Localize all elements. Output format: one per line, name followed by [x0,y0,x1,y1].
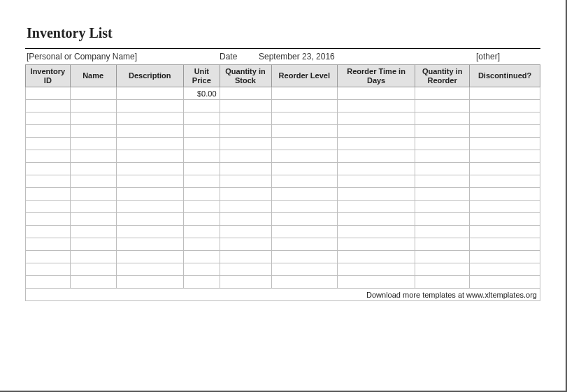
cell-qty_in_reorder[interactable] [415,188,470,201]
cell-reorder_time_days[interactable] [338,100,415,112]
cell-unit_price[interactable] [184,163,220,175]
cell-discontinued[interactable] [470,213,540,226]
cell-unit_price[interactable] [184,263,220,276]
cell-description[interactable] [116,100,184,112]
cell-name[interactable] [70,213,116,226]
cell-qty_in_reorder[interactable] [415,226,470,238]
cell-reorder_level[interactable] [271,263,338,276]
cell-discontinued[interactable] [470,226,540,238]
cell-inventory_id[interactable] [26,263,71,276]
cell-discontinued[interactable] [470,263,540,276]
cell-reorder_level[interactable] [271,188,338,201]
cell-qty_in_reorder[interactable] [415,263,470,276]
cell-reorder_time_days[interactable] [338,138,415,150]
cell-reorder_level[interactable] [271,276,338,289]
cell-qty_in_stock[interactable] [220,163,271,175]
cell-name[interactable] [70,251,116,263]
cell-name[interactable] [70,163,116,175]
cell-reorder_level[interactable] [271,238,338,251]
cell-inventory_id[interactable] [26,175,71,188]
cell-inventory_id[interactable] [26,138,71,150]
cell-inventory_id[interactable] [26,125,71,138]
cell-description[interactable] [116,112,184,125]
cell-unit_price[interactable] [184,125,220,138]
cell-inventory_id[interactable] [26,163,71,175]
cell-inventory_id[interactable] [26,112,71,125]
cell-name[interactable] [70,150,116,163]
cell-discontinued[interactable] [470,163,540,175]
cell-description[interactable] [116,175,184,188]
cell-qty_in_reorder[interactable] [415,238,470,251]
cell-reorder_level[interactable] [271,150,338,163]
cell-inventory_id[interactable] [26,150,71,163]
cell-description[interactable] [116,125,184,138]
cell-qty_in_stock[interactable] [220,175,271,188]
cell-reorder_time_days[interactable] [338,188,415,201]
cell-description[interactable] [116,238,184,251]
cell-qty_in_reorder[interactable] [415,163,470,175]
cell-unit_price[interactable] [184,150,220,163]
cell-name[interactable] [70,238,116,251]
cell-qty_in_stock[interactable] [220,226,271,238]
cell-discontinued[interactable] [470,150,540,163]
cell-inventory_id[interactable] [26,100,71,112]
cell-reorder_time_days[interactable] [338,263,415,276]
cell-qty_in_reorder[interactable] [415,100,470,112]
cell-inventory_id[interactable] [26,276,71,289]
cell-name[interactable] [70,138,116,150]
cell-reorder_level[interactable] [271,226,338,238]
cell-description[interactable] [116,213,184,226]
cell-inventory_id[interactable] [26,213,71,226]
cell-reorder_level[interactable] [271,201,338,213]
cell-qty_in_reorder[interactable] [415,213,470,226]
cell-qty_in_stock[interactable] [220,150,271,163]
cell-discontinued[interactable] [470,100,540,112]
cell-reorder_time_days[interactable] [338,125,415,138]
cell-unit_price[interactable] [184,138,220,150]
cell-qty_in_reorder[interactable] [415,112,470,125]
cell-reorder_time_days[interactable] [338,238,415,251]
cell-qty_in_stock[interactable] [220,188,271,201]
cell-unit_price[interactable] [184,175,220,188]
cell-description[interactable] [116,201,184,213]
cell-discontinued[interactable] [470,175,540,188]
cell-description[interactable] [116,188,184,201]
cell-discontinued[interactable] [470,238,540,251]
cell-description[interactable] [116,276,184,289]
cell-inventory_id[interactable] [26,188,71,201]
cell-qty_in_reorder[interactable] [415,150,470,163]
cell-name[interactable] [70,112,116,125]
cell-reorder_level[interactable] [271,100,338,112]
cell-discontinued[interactable] [470,125,540,138]
cell-qty_in_reorder[interactable] [415,175,470,188]
cell-reorder_level[interactable] [271,87,338,100]
cell-unit_price[interactable] [184,226,220,238]
cell-reorder_level[interactable] [271,251,338,263]
cell-reorder_level[interactable] [271,213,338,226]
cell-name[interactable] [70,263,116,276]
cell-unit_price[interactable] [184,112,220,125]
cell-unit_price[interactable] [184,201,220,213]
cell-name[interactable] [70,125,116,138]
cell-unit_price[interactable] [184,251,220,263]
cell-reorder_time_days[interactable] [338,201,415,213]
cell-reorder_time_days[interactable] [338,175,415,188]
cell-name[interactable] [70,100,116,112]
cell-qty_in_stock[interactable] [220,276,271,289]
cell-reorder_level[interactable] [271,163,338,175]
cell-qty_in_stock[interactable] [220,213,271,226]
cell-name[interactable] [70,87,116,100]
cell-qty_in_stock[interactable] [220,251,271,263]
cell-description[interactable] [116,150,184,163]
cell-reorder_time_days[interactable] [338,226,415,238]
cell-name[interactable] [70,201,116,213]
cell-inventory_id[interactable] [26,251,71,263]
cell-discontinued[interactable] [470,188,540,201]
cell-qty_in_stock[interactable] [220,112,271,125]
cell-qty_in_reorder[interactable] [415,87,470,100]
cell-qty_in_stock[interactable] [220,238,271,251]
cell-reorder_time_days[interactable] [338,276,415,289]
cell-qty_in_reorder[interactable] [415,201,470,213]
cell-reorder_time_days[interactable] [338,87,415,100]
cell-reorder_time_days[interactable] [338,112,415,125]
